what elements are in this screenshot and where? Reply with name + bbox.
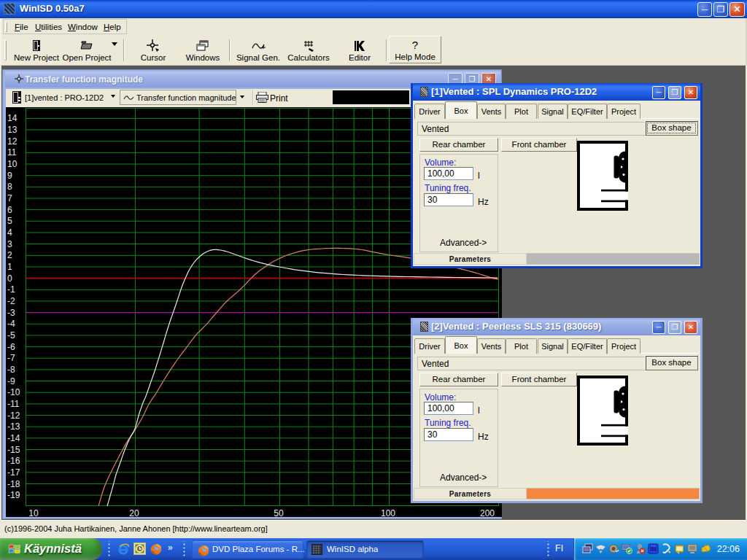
svg-text:-2: -2: [7, 296, 15, 306]
svg-text:-12: -12: [7, 411, 20, 421]
svg-text:0: 0: [7, 273, 12, 284]
svg-text:200: 200: [480, 508, 495, 517]
svg-text:100: 100: [381, 508, 395, 517]
svg-text:8: 8: [7, 182, 12, 192]
svg-text:-7: -7: [7, 353, 15, 363]
svg-text:10: 10: [7, 159, 18, 169]
svg-text:4: 4: [7, 228, 12, 238]
svg-text:-13: -13: [7, 421, 20, 432]
svg-text:11: 11: [7, 147, 17, 158]
svg-text:1: 1: [7, 262, 12, 272]
svg-text:10: 10: [28, 508, 39, 517]
svg-text:-16: -16: [7, 456, 20, 466]
svg-text:50: 50: [274, 508, 284, 517]
svg-text:-19: -19: [7, 490, 20, 500]
svg-text:-15: -15: [7, 445, 20, 455]
svg-text:12: 12: [7, 136, 18, 147]
svg-text:-3: -3: [7, 308, 15, 318]
svg-text:5: 5: [7, 216, 12, 226]
svg-text:-10: -10: [7, 387, 20, 397]
svg-text:-14: -14: [7, 433, 20, 443]
svg-text:-18: -18: [7, 479, 20, 489]
svg-text:-6: -6: [7, 342, 15, 352]
svg-text:14: 14: [7, 113, 18, 123]
svg-text:-8: -8: [7, 365, 15, 375]
svg-text:3: 3: [7, 239, 12, 249]
svg-text:-1: -1: [7, 284, 15, 295]
svg-text:7: 7: [7, 193, 12, 203]
svg-text:13: 13: [7, 125, 18, 135]
svg-text:-9: -9: [7, 376, 15, 386]
svg-text:20: 20: [129, 508, 139, 517]
svg-text:9: 9: [7, 171, 12, 181]
svg-text:-17: -17: [7, 467, 20, 478]
svg-text:-11: -11: [7, 399, 20, 409]
svg-text:6: 6: [7, 205, 12, 215]
svg-text:2: 2: [7, 250, 12, 260]
svg-text:-4: -4: [7, 319, 15, 329]
svg-text:-5: -5: [7, 330, 15, 341]
